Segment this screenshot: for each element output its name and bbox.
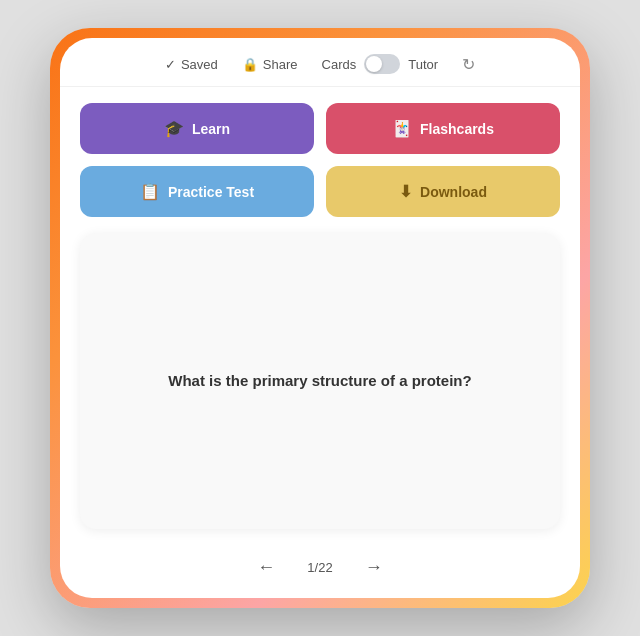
prev-card-button[interactable]: ←	[249, 553, 283, 582]
card-navigation: ← 1/22 →	[60, 541, 580, 598]
flashcard-area[interactable]: What is the primary structure of a prote…	[80, 233, 560, 529]
next-card-button[interactable]: →	[357, 553, 391, 582]
device-frame: ✓ Saved 🔒 Share Cards Tutor ↻ 🎓 Learn	[50, 28, 590, 608]
toolbar: ✓ Saved 🔒 Share Cards Tutor ↻	[60, 38, 580, 87]
download-icon: ⬇	[399, 182, 412, 201]
share-label: Share	[263, 57, 298, 72]
action-buttons-grid: 🎓 Learn 🃏 Flashcards 📋 Practice Test ⬇ D…	[60, 87, 580, 233]
download-button[interactable]: ⬇ Download	[326, 166, 560, 217]
saved-button[interactable]: ✓ Saved	[165, 57, 218, 72]
flashcards-label: Flashcards	[420, 121, 494, 137]
saved-label: Saved	[181, 57, 218, 72]
toggle-knob	[366, 56, 382, 72]
cards-tutor-toggle[interactable]	[364, 54, 400, 74]
practice-icon: 📋	[140, 182, 160, 201]
cards-toggle-container: Cards Tutor	[322, 54, 439, 74]
learn-button[interactable]: 🎓 Learn	[80, 103, 314, 154]
refresh-button[interactable]: ↻	[462, 55, 475, 74]
check-icon: ✓	[165, 57, 176, 72]
card-question: What is the primary structure of a prote…	[128, 340, 511, 423]
tutor-label: Tutor	[408, 57, 438, 72]
flashcards-icon: 🃏	[392, 119, 412, 138]
share-button[interactable]: 🔒 Share	[242, 57, 298, 72]
flashcards-button[interactable]: 🃏 Flashcards	[326, 103, 560, 154]
learn-label: Learn	[192, 121, 230, 137]
cards-label: Cards	[322, 57, 357, 72]
device-inner: ✓ Saved 🔒 Share Cards Tutor ↻ 🎓 Learn	[60, 38, 580, 598]
practice-test-button[interactable]: 📋 Practice Test	[80, 166, 314, 217]
download-label: Download	[420, 184, 487, 200]
practice-label: Practice Test	[168, 184, 254, 200]
learn-icon: 🎓	[164, 119, 184, 138]
lock-icon: 🔒	[242, 57, 258, 72]
card-counter: 1/22	[307, 560, 332, 575]
